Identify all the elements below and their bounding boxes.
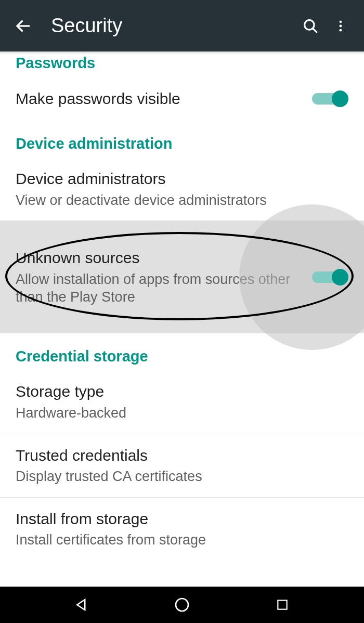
svg-point-3	[340, 20, 342, 23]
svg-point-1	[305, 20, 314, 29]
toggle-make-passwords-visible[interactable]	[312, 88, 348, 109]
item-subtitle: Hardware-backed	[16, 405, 339, 422]
overflow-menu-button[interactable]	[328, 13, 354, 39]
settings-list[interactable]: Passwords Make passwords visible Device …	[0, 51, 364, 587]
svg-point-5	[340, 29, 342, 31]
item-subtitle: View or deactivate device administrators	[16, 192, 339, 210]
svg-point-7	[176, 599, 188, 611]
item-title: Install from storage	[16, 509, 339, 529]
section-header-passwords: Passwords	[0, 51, 364, 77]
nav-recent-button[interactable]	[270, 592, 295, 617]
item-title: Make passwords visible	[16, 89, 303, 109]
svg-line-2	[313, 28, 317, 32]
item-subtitle: Install certificates from storage	[16, 531, 339, 549]
section-header-credential-storage: Credential storage	[0, 333, 364, 370]
item-install-from-storage[interactable]: Install from storage Install certificate…	[0, 498, 364, 561]
app-bar: Security	[0, 0, 364, 51]
item-title: Device administrators	[16, 169, 339, 189]
toggle-unknown-sources[interactable]	[312, 267, 348, 288]
item-title: Storage type	[16, 382, 339, 401]
section-header-device-admin: Device administration	[0, 121, 364, 158]
back-button[interactable]	[10, 13, 36, 39]
item-trusted-credentials[interactable]: Trusted credentials Display trusted CA c…	[0, 434, 364, 498]
navigation-bar	[0, 587, 364, 623]
item-unknown-sources[interactable]: Unknown sources Allow installation of ap…	[0, 221, 364, 333]
item-title: Unknown sources	[16, 248, 303, 268]
svg-rect-8	[278, 600, 287, 609]
page-title: Security	[51, 15, 293, 37]
svg-marker-6	[77, 600, 85, 610]
svg-point-4	[340, 24, 342, 27]
search-icon	[302, 17, 319, 35]
item-make-passwords-visible[interactable]: Make passwords visible	[0, 77, 364, 121]
arrow-left-icon	[14, 17, 33, 35]
nav-back-button[interactable]	[69, 592, 94, 617]
square-recent-icon	[276, 598, 289, 612]
item-subtitle: Display trusted CA certificates	[16, 468, 339, 486]
search-button[interactable]	[297, 13, 323, 39]
item-device-administrators[interactable]: Device administrators View or deactivate…	[0, 158, 364, 221]
item-subtitle: Allow installation of apps from sources …	[16, 271, 303, 306]
item-title: Trusted credentials	[16, 446, 339, 465]
circle-home-icon	[174, 596, 190, 613]
nav-home-button[interactable]	[170, 592, 194, 617]
more-vert-icon	[333, 19, 348, 33]
item-storage-type[interactable]: Storage type Hardware-backed	[0, 370, 364, 434]
triangle-back-icon	[74, 597, 89, 613]
